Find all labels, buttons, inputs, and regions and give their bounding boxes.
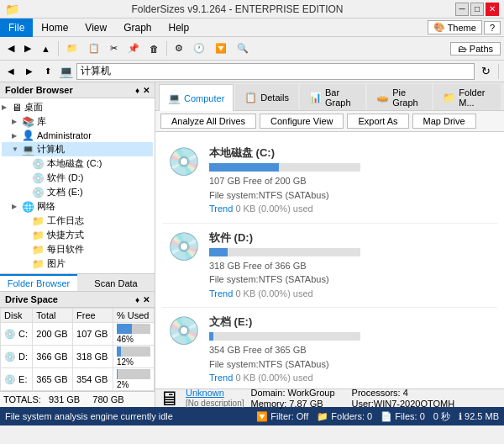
toolbar-search[interactable]: 🔍 — [233, 40, 253, 58]
toolbar-cut[interactable]: ✂ — [106, 40, 122, 58]
tab-folder-browser[interactable]: Folder Browser — [0, 274, 77, 291]
totals-total: 931 GB — [49, 394, 80, 404]
drive-card-name: 文档 (E:) — [209, 314, 492, 330]
right-tab-folder-m...[interactable]: 📁Folder M... — [433, 84, 501, 110]
tree-item[interactable]: 📁 每日软件 — [2, 242, 153, 256]
menu-view[interactable]: View — [76, 18, 115, 37]
drive-table-row[interactable]: 💿 D: 366 GB 318 GB 12% — [1, 346, 155, 368]
theme-button[interactable]: 🎨 Theme — [428, 20, 482, 34]
drive-bar-bg — [117, 324, 150, 334]
drive-table-row[interactable]: 💿 C: 200 GB 107 GB 46% — [1, 323, 155, 346]
tree-item[interactable]: 💿 文档 (E:) — [2, 185, 153, 199]
toolbar-copy[interactable]: 📋 — [84, 40, 104, 58]
drive-trend-link[interactable]: Trend — [209, 288, 233, 299]
menu-help[interactable]: Help — [160, 18, 198, 37]
right-tab-computer[interactable]: 💻Computer — [159, 84, 234, 111]
tree-expand-icon[interactable]: ▶ — [2, 103, 12, 111]
tree-expand-icon[interactable]: ▼ — [12, 145, 22, 153]
tree-expand-icon[interactable]: ▶ — [12, 132, 22, 140]
tree-expand-icon[interactable]: ▶ — [12, 203, 22, 210]
action-btn-configure-view[interactable]: Configure View — [260, 114, 344, 129]
tab-label: Pie Graph — [392, 87, 423, 108]
address-bar: ◀ ▶ ⬆ 💻 ↻ — [0, 61, 504, 82]
drive-free-cell: 354 GB — [73, 368, 113, 391]
pin-icon[interactable]: ♦ — [135, 86, 139, 95]
toolbar: ◀ ▶ ▲ 📁 📋 ✂ 📌 🗑 ⚙ 🕐 🔽 🔍 🗁 Paths — [0, 37, 504, 61]
drive-space-title: Drive Space — [5, 294, 58, 304]
tree-expand-icon[interactable]: ▶ — [12, 118, 22, 125]
close-button[interactable]: ✕ — [486, 3, 499, 16]
tree-item[interactable]: ▶ 🖥 桌面 — [2, 100, 153, 114]
toolbar-up[interactable]: ▲ — [37, 40, 55, 58]
toolbar-clock[interactable]: 🕐 — [189, 40, 209, 58]
folder-browser-title: Folder Browser — [5, 85, 73, 95]
address-input[interactable] — [76, 63, 475, 80]
right-tab-bar-graph[interactable]: 📊Bar Graph — [300, 84, 365, 110]
toolbar-new[interactable]: 📁 — [62, 40, 82, 58]
help-button[interactable]: ? — [484, 21, 501, 34]
tree-item-icon: 📁 — [32, 258, 45, 270]
drive-trend-link[interactable]: Trend — [209, 373, 233, 383]
maximize-button[interactable]: □ — [470, 3, 484, 16]
tree-item[interactable]: ▶ 👤 Administrator — [2, 129, 153, 142]
drive-progress-fill — [209, 163, 279, 172]
tree-item[interactable]: 📁 图片 — [2, 256, 153, 271]
drive-trend-link[interactable]: Trend — [209, 204, 233, 214]
up-nav-button[interactable]: ⬆ — [40, 64, 55, 79]
panel-close-icon[interactable]: ✕ — [143, 86, 150, 95]
menu-home[interactable]: Home — [33, 18, 76, 37]
drive-card[interactable]: 💿 本地磁盘 (C:) 107 GB Free of 200 GB File s… — [162, 139, 497, 224]
tree-item[interactable]: 📁 工作日志 — [2, 214, 153, 228]
drive-total-cell: 200 GB — [33, 323, 73, 346]
refresh-button[interactable]: ↻ — [478, 64, 493, 79]
tree-item-label: 桌面 — [24, 101, 43, 114]
action-btn-map-drive[interactable]: Map Drive — [412, 114, 476, 129]
minimize-button[interactable]: ─ — [455, 3, 469, 16]
drive-pct-label: 2% — [117, 380, 129, 389]
forward-nav-button[interactable]: ▶ — [22, 64, 37, 79]
drive-space-close-icon[interactable]: ✕ — [143, 295, 150, 304]
tree-item-label: 库 — [37, 115, 46, 128]
menu-graph[interactable]: Graph — [115, 18, 160, 37]
drive-disk-label: C: — [18, 329, 28, 339]
drive-space-pin-icon[interactable]: ♦ — [135, 295, 139, 304]
status-computer-label[interactable]: Unknown — [186, 388, 244, 399]
toolbar-properties[interactable]: ⚙ — [171, 40, 187, 58]
tree-item-label: 每日软件 — [47, 243, 84, 256]
action-btn-analyze-all-drives[interactable]: Analyze All Drives — [160, 114, 256, 129]
drive-card[interactable]: 💿 文档 (E:) 354 GB Free of 365 GB File sys… — [162, 308, 497, 388]
tab-icon: 💻 — [168, 92, 181, 104]
action-btn-export-as[interactable]: Export As — [347, 114, 408, 129]
toolbar-back[interactable]: ◀ — [3, 40, 18, 58]
toolbar-forward[interactable]: ▶ — [20, 40, 35, 58]
tab-label: Folder M... — [459, 87, 491, 108]
menu-file[interactable]: File — [0, 18, 33, 37]
tree-item[interactable]: 💿 软件 (D:) — [2, 171, 153, 185]
back-nav-button[interactable]: ◀ — [3, 64, 18, 79]
right-tab-pie-graph[interactable]: 🥧Pie Graph — [367, 84, 432, 110]
tree-item[interactable]: 💿 本地磁盘 (C:) — [2, 156, 153, 171]
tree-item[interactable]: ▼ 💻 计算机 — [2, 142, 153, 156]
drive-card-icon: 💿 — [167, 314, 201, 346]
tree-item[interactable]: 📁 快捷方式 — [2, 228, 153, 242]
tab-label: Computer — [184, 93, 224, 103]
toolbar-delete[interactable]: 🗑 — [145, 40, 163, 58]
status-computer-sub: [No description] — [186, 399, 244, 409]
toolbar-paste[interactable]: 📌 — [123, 40, 144, 58]
toolbar-separator — [58, 41, 59, 56]
paths-button[interactable]: 🗁 Paths — [450, 42, 501, 56]
files-icon: 📄 — [381, 411, 392, 421]
drive-card[interactable]: 💿 软件 (D:) 318 GB Free of 366 GB File sys… — [162, 224, 497, 309]
tab-scan-data[interactable]: Scan Data — [77, 274, 155, 291]
drive-progress-fill — [209, 332, 213, 341]
tree-item[interactable]: ▶ 📚 库 — [2, 114, 153, 129]
right-tab-details[interactable]: 📋Details — [235, 84, 298, 110]
drive-card-name: 本地磁盘 (C:) — [209, 145, 492, 161]
tree-item[interactable]: ▶ 🌐 网络 — [2, 199, 153, 214]
drive-pct-label: 12% — [117, 357, 134, 367]
toolbar-filter[interactable]: 🔽 — [211, 40, 231, 58]
drive-bar-bg — [117, 346, 150, 357]
status-info: Unknown [No description] — [186, 388, 244, 409]
right-tabs: 💻Computer📋Details📊Bar Graph🥧Pie Graph📁Fo… — [155, 82, 504, 111]
drive-table-row[interactable]: 💿 E: 365 GB 354 GB 2% — [1, 368, 155, 391]
